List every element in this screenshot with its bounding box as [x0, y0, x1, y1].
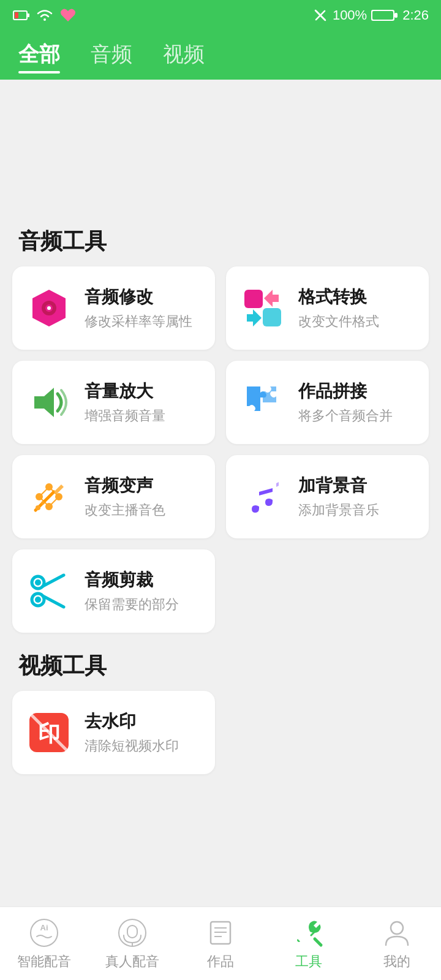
svg-rect-5	[372, 11, 393, 20]
audio-cut-name: 音频剪裁	[85, 568, 179, 592]
svg-text:Ai: Ai	[40, 923, 48, 932]
voice-change-name: 音频变声	[85, 474, 165, 497]
audio-edit-desc: 修改采样率等属性	[85, 312, 192, 331]
volume-up-text: 音量放大 增强音频音量	[85, 380, 165, 425]
audio-edit-icon	[24, 284, 74, 333]
empty-area	[12, 80, 429, 214]
watermark-remove-name: 去水印	[85, 710, 179, 733]
nav-tools-label: 工具	[295, 952, 322, 971]
main-content: 音频工具 音频修改 修改采样率等属性	[0, 80, 441, 866]
battery-percentage: 100%	[333, 7, 367, 23]
audio-cut-icon	[24, 567, 74, 616]
video-section-title: 视频工具	[12, 639, 429, 691]
puzzle-name: 作品拼接	[298, 380, 393, 403]
svg-point-19	[36, 505, 40, 510]
status-left-icons	[12, 6, 77, 24]
bg-music-icon	[238, 472, 287, 521]
nav-works-label: 作品	[207, 952, 234, 971]
human-dubbing-icon	[116, 917, 148, 949]
tab-audio[interactable]: 音频	[91, 40, 132, 74]
svg-rect-11	[263, 308, 281, 326]
watermark-remove-desc: 清除短视频水印	[85, 737, 179, 755]
puzzle-icon	[238, 378, 287, 427]
svg-rect-1	[27, 13, 29, 17]
svg-line-24	[43, 596, 64, 607]
video-tools-grid: 印 去水印 清除短视频水印	[12, 691, 429, 774]
audio-cut-text: 音频剪裁 保留需要的部分	[85, 568, 179, 614]
nav-human-dubbing-label: 真人配音	[105, 952, 159, 971]
battery-low-icon	[12, 6, 31, 24]
volume-up-icon	[24, 378, 74, 427]
tab-header: 全部 音频 视频	[0, 31, 441, 80]
format-convert-desc: 改变文件格式	[298, 312, 379, 331]
time: 2:26	[402, 7, 429, 23]
nav-works[interactable]: 作品	[176, 907, 265, 980]
works-icon	[205, 917, 236, 949]
health-icon	[59, 6, 77, 24]
nav-profile[interactable]: 我的	[353, 907, 441, 980]
mute-icon	[312, 7, 329, 24]
tool-audio-edit[interactable]: 音频修改 修改采样率等属性	[12, 266, 215, 350]
ai-dubbing-icon: Ai	[28, 917, 60, 949]
voice-change-desc: 改变主播音色	[85, 501, 165, 519]
audio-section-title: 音频工具	[12, 214, 429, 266]
tool-watermark-remove[interactable]: 印 去水印 清除短视频水印	[12, 691, 215, 774]
svg-point-20	[41, 501, 45, 505]
nav-profile-label: 我的	[383, 952, 410, 971]
svg-point-25	[35, 579, 41, 586]
audio-edit-name: 音频修改	[85, 285, 192, 309]
bottom-spacer	[12, 780, 429, 866]
audio-edit-text: 音频修改 修改采样率等属性	[85, 285, 192, 331]
nav-ai-dubbing[interactable]: Ai 智能配音	[0, 907, 88, 980]
svg-point-41	[391, 922, 403, 934]
svg-rect-10	[244, 290, 263, 308]
bg-music-text: 加背景音 添加背景音乐	[298, 474, 379, 519]
tool-puzzle[interactable]: 作品拼接 将多个音频合并	[226, 361, 429, 444]
tools-icon	[293, 917, 325, 949]
nav-human-dubbing[interactable]: 真人配音	[88, 907, 176, 980]
svg-rect-33	[127, 925, 137, 938]
puzzle-desc: 将多个音频合并	[298, 407, 393, 425]
tab-video[interactable]: 视频	[163, 40, 205, 74]
status-bar: 100% 2:26	[0, 0, 441, 31]
tab-all[interactable]: 全部	[18, 40, 60, 74]
volume-up-name: 音量放大	[85, 380, 165, 403]
svg-point-9	[47, 306, 51, 310]
battery-full-icon	[371, 8, 399, 23]
bg-music-desc: 添加背景音乐	[298, 501, 379, 519]
puzzle-text: 作品拼接 将多个音频合并	[298, 380, 393, 425]
svg-line-23	[43, 575, 64, 586]
svg-marker-12	[34, 388, 54, 417]
tool-voice-change[interactable]: 音频变声 改变主播音色	[12, 455, 215, 538]
svg-rect-4	[394, 13, 398, 18]
bottom-nav: Ai 智能配音 真人配音 作品	[0, 907, 441, 980]
profile-icon	[381, 917, 413, 949]
voice-change-icon	[24, 472, 74, 521]
svg-rect-2	[15, 12, 18, 18]
svg-point-26	[35, 597, 41, 603]
volume-up-desc: 增强音频音量	[85, 407, 165, 425]
nav-ai-dubbing-label: 智能配音	[17, 952, 71, 971]
tool-audio-cut[interactable]: 音频剪裁 保留需要的部分	[12, 549, 215, 633]
audio-cut-desc: 保留需要的部分	[85, 595, 179, 614]
watermark-remove-text: 去水印 清除短视频水印	[85, 710, 179, 755]
voice-change-text: 音频变声 改变主播音色	[85, 474, 165, 519]
wifi-icon	[36, 6, 54, 24]
tool-volume-up[interactable]: 音量放大 增强音频音量	[12, 361, 215, 444]
bg-music-name: 加背景音	[298, 474, 379, 497]
status-right-info: 100% 2:26	[312, 7, 429, 24]
tool-bg-music[interactable]: 加背景音 添加背景音乐	[226, 455, 429, 538]
svg-marker-18	[54, 484, 64, 494]
nav-tools[interactable]: 工具	[265, 907, 353, 980]
svg-line-39	[315, 939, 321, 945]
audio-tools-grid: 音频修改 修改采样率等属性 格式转换 改变文件格式	[12, 266, 429, 633]
format-convert-icon	[238, 284, 287, 333]
tool-format-convert[interactable]: 格式转换 改变文件格式	[226, 266, 429, 350]
format-convert-name: 格式转换	[298, 285, 379, 309]
watermark-remove-icon: 印	[24, 708, 74, 757]
format-convert-text: 格式转换 改变文件格式	[298, 285, 379, 331]
